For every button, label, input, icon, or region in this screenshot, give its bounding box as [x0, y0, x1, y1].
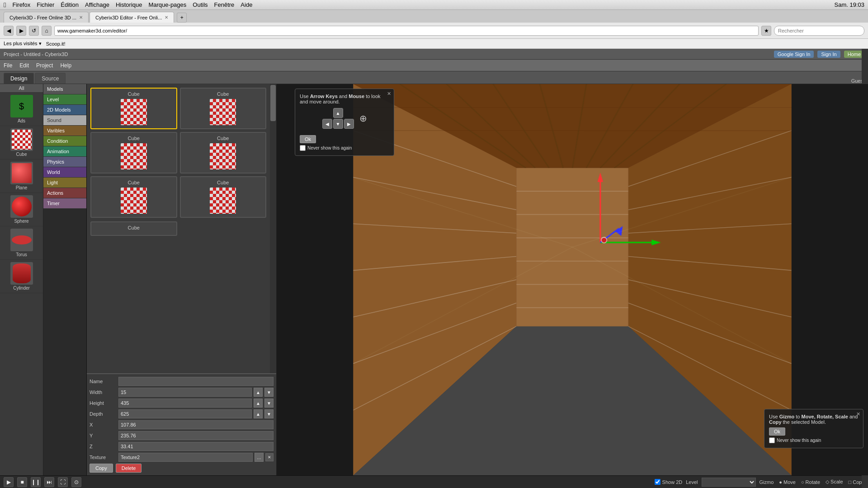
object-plane[interactable]: Plane [0, 160, 43, 193]
show2d-toggle[interactable]: Show 2D [655, 479, 683, 485]
prop-y-label: Y [90, 433, 117, 438]
viewport[interactable]: ✕ Use Arrow Keys and Mouse to look and m… [277, 84, 868, 475]
cat-animation[interactable]: Animation [43, 146, 86, 157]
menu-edition[interactable]: Édition [61, 1, 79, 8]
object-ads[interactable]: $ Ads [0, 93, 43, 126]
prop-height-input[interactable] [118, 399, 252, 408]
app-menu-project[interactable]: Project [36, 62, 53, 69]
reload-btn[interactable]: ↺ [29, 26, 39, 36]
grid-cube-5[interactable]: Cube [90, 176, 177, 218]
copy-btn[interactable]: Copy [90, 464, 113, 473]
move-tool[interactable]: ● Move [779, 479, 796, 485]
bookmark-1[interactable]: Les plus visités ▾ [4, 41, 42, 47]
scrollbar[interactable] [270, 84, 276, 373]
cat-level[interactable]: Level [43, 94, 86, 105]
bookmark-btn[interactable]: ★ [761, 26, 771, 36]
url-bar[interactable] [54, 26, 759, 36]
cat-variables[interactable]: Varibles [43, 126, 86, 136]
key-down: ▼ [333, 119, 343, 129]
grid-cube-partial[interactable]: Cube [90, 221, 177, 236]
google-signin-btn[interactable]: Google Sign In [774, 51, 814, 58]
prop-z-input[interactable] [118, 442, 274, 451]
browser-tab-1[interactable]: Cyberix3D - Free Online 3D ... ✕ [4, 12, 89, 23]
menu-outils[interactable]: Outils [193, 1, 208, 8]
play-btn[interactable]: ▶ [4, 477, 14, 487]
tab-source[interactable]: Source [35, 73, 66, 84]
rotate-tool[interactable]: ○ Rotate [801, 479, 820, 485]
menu-firefox[interactable]: Firefox [12, 1, 30, 8]
delete-btn[interactable]: Delete [116, 464, 142, 473]
object-torus[interactable]: Torus [0, 226, 43, 260]
tooltip2-close[interactable]: ✕ [856, 411, 860, 417]
width-up-btn[interactable]: ▲ [254, 388, 263, 397]
app-menu-help[interactable]: Help [60, 62, 71, 69]
cat-actions[interactable]: Actions [43, 188, 86, 198]
bookmark-2[interactable]: Scoop.it! [46, 41, 66, 47]
level-select[interactable] [702, 478, 756, 487]
texture-browse-btn[interactable]: … [255, 453, 264, 462]
prop-name-input[interactable] [118, 377, 274, 386]
cat-timer[interactable]: Timer [43, 198, 86, 209]
menu-marquepages[interactable]: Marque-pages [148, 1, 186, 8]
browser-tab-2[interactable]: Cyberix3D Editor - Free Onli... ✕ [90, 12, 174, 23]
tab-close-2[interactable]: ✕ [165, 15, 168, 20]
depth-up-btn[interactable]: ▲ [254, 409, 263, 418]
cat-light[interactable]: Light [43, 178, 86, 188]
step-btn[interactable]: ⏭ [44, 477, 54, 487]
key-up: ▲ [333, 108, 343, 118]
tab-close-1[interactable]: ✕ [79, 15, 83, 20]
fullscreen-btn[interactable]: ⛶ [58, 477, 68, 487]
menu-affichage[interactable]: Affichage [85, 1, 109, 8]
tooltip1-ok-btn[interactable]: Ok [300, 135, 316, 143]
pause-btn[interactable]: ❙❙ [31, 477, 41, 487]
prop-width-input[interactable] [118, 388, 252, 397]
home-nav-btn[interactable]: ⌂ [42, 26, 52, 36]
tooltip2-checkbox[interactable] [769, 437, 775, 443]
tooltip1-close[interactable]: ✕ [387, 91, 391, 97]
grid-cube-6[interactable]: Cube [180, 176, 267, 218]
cat-sound[interactable]: Sound [43, 115, 86, 126]
grid-cube-4[interactable]: Cube [180, 132, 267, 174]
grid-cube-2[interactable]: Cube [180, 88, 267, 129]
texture-clear-btn[interactable]: ✕ [265, 453, 274, 461]
prop-x-input[interactable] [118, 420, 274, 429]
apple-menu[interactable]:  [4, 1, 6, 9]
grid-cube-1[interactable]: Cube [90, 88, 177, 129]
grid-cube-3[interactable]: Cube [90, 132, 177, 174]
prop-z-label: Z [90, 444, 117, 449]
cat-condition[interactable]: Condition [43, 136, 86, 146]
app-menu-edit[interactable]: Edit [19, 62, 29, 69]
app-menu-file[interactable]: File [4, 62, 12, 69]
tooltip2-ok-btn[interactable]: Ok [769, 427, 785, 436]
depth-down-btn[interactable]: ▼ [264, 409, 274, 418]
cat-physics[interactable]: Physics [43, 157, 86, 167]
tab-design[interactable]: Design [4, 73, 34, 84]
scale-tool[interactable]: ◇ Scale [826, 479, 843, 485]
height-down-btn[interactable]: ▼ [264, 399, 274, 408]
menu-historique[interactable]: Historique [116, 1, 142, 8]
back-btn[interactable]: ◀ [4, 26, 14, 36]
object-sphere[interactable]: Sphere [0, 193, 43, 226]
cat-2dmodels[interactable]: 2D Models [43, 105, 86, 115]
menu-fichier[interactable]: Fichier [37, 1, 54, 8]
prop-texture-input[interactable] [118, 453, 253, 462]
prop-y-input[interactable] [118, 431, 274, 440]
object-cube[interactable]: Cube [0, 126, 43, 160]
show2d-checkbox[interactable] [655, 479, 660, 485]
menu-fenetre[interactable]: Fenêtre [214, 1, 235, 8]
prop-depth-input[interactable] [118, 409, 252, 418]
width-down-btn[interactable]: ▼ [264, 388, 274, 397]
search-bar[interactable] [774, 26, 864, 36]
menu-aide[interactable]: Aide [241, 1, 252, 8]
tooltip1-checkbox[interactable] [300, 145, 306, 151]
new-tab-btn[interactable]: + [177, 13, 187, 23]
cat-models[interactable]: Models [43, 84, 86, 94]
camera-btn[interactable]: ⊙ [71, 477, 81, 487]
stop-btn[interactable]: ■ [17, 477, 27, 487]
forward-btn[interactable]: ▶ [16, 26, 26, 36]
signin-btn[interactable]: Sign In [817, 51, 840, 58]
height-up-btn[interactable]: ▲ [254, 399, 263, 408]
cat-world[interactable]: World [43, 167, 86, 178]
app-tabs: Design Source Guest [0, 71, 868, 84]
object-cylinder[interactable]: Cylinder [0, 260, 43, 293]
